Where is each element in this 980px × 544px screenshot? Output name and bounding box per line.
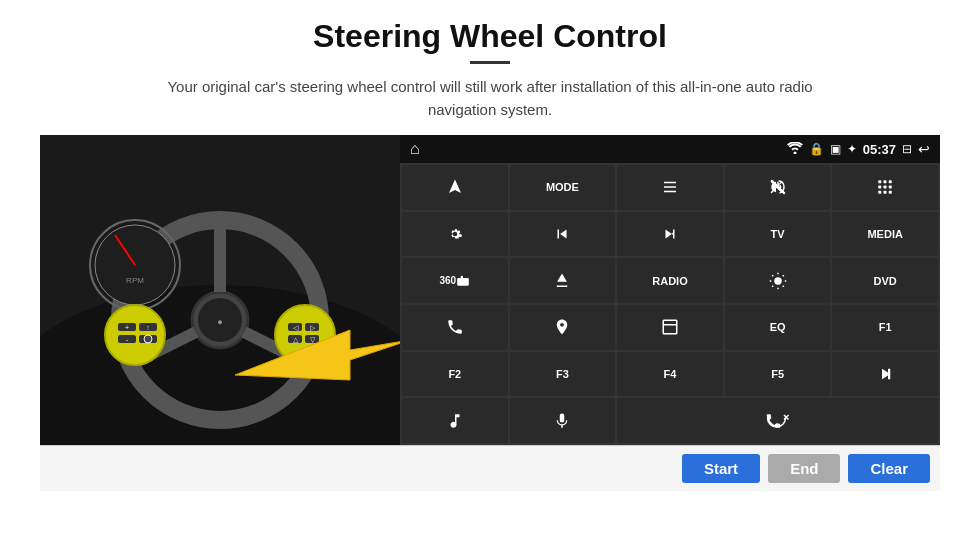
tv-button[interactable]: TV — [725, 212, 831, 257]
svg-rect-38 — [878, 186, 881, 189]
status-time: 05:37 — [863, 142, 896, 157]
next-button[interactable] — [617, 212, 723, 257]
back-icon[interactable]: ↩ — [918, 141, 930, 157]
bt-icon: ✦ — [847, 142, 857, 156]
page-subtitle: Your original car's steering wheel contr… — [150, 76, 830, 121]
svg-rect-32 — [664, 182, 676, 184]
svg-rect-33 — [664, 187, 676, 189]
prev-button[interactable] — [510, 212, 616, 257]
mute-button[interactable] — [725, 165, 831, 210]
car-image: RPM + - ↑ ◁ ▷ △ ▽ — [40, 135, 400, 445]
bottom-control-bar: Start End Clear — [40, 445, 940, 491]
settings-button[interactable] — [402, 212, 508, 257]
status-icons: 🔒 ▣ ✦ 05:37 ⊟ ↩ — [787, 141, 930, 157]
brightness-button[interactable] — [725, 258, 831, 303]
eq-button[interactable]: EQ — [725, 305, 831, 350]
svg-rect-42 — [884, 191, 887, 194]
svg-rect-43 — [889, 191, 892, 194]
dvd-button[interactable]: DVD — [832, 258, 938, 303]
vol-phone-button[interactable] — [617, 398, 938, 443]
head-unit: ⌂ 🔒 ▣ ✦ 05:37 ⊟ ↩ — [400, 135, 940, 445]
music-button[interactable] — [402, 398, 508, 443]
svg-text:+: + — [125, 324, 129, 331]
svg-rect-44 — [457, 278, 469, 286]
content-row: RPM + - ↑ ◁ ▷ △ ▽ — [40, 135, 940, 445]
svg-text:RPM: RPM — [126, 276, 144, 285]
mode-button[interactable]: MODE — [510, 165, 616, 210]
svg-rect-34 — [664, 191, 676, 193]
lock-icon: 🔒 — [809, 142, 824, 156]
apps-button[interactable] — [832, 165, 938, 210]
svg-point-19 — [144, 335, 152, 343]
button-grid: MODE TV — [400, 163, 940, 445]
status-bar: ⌂ 🔒 ▣ ✦ 05:37 ⊟ ↩ — [400, 135, 940, 163]
svg-point-11 — [105, 305, 165, 365]
list-button[interactable] — [617, 165, 723, 210]
radio-button[interactable]: RADIO — [617, 258, 723, 303]
svg-rect-41 — [878, 191, 881, 194]
playpause-button[interactable] — [832, 352, 938, 397]
navigation-button[interactable] — [510, 305, 616, 350]
svg-rect-37 — [889, 181, 892, 184]
start-button[interactable]: Start — [682, 454, 760, 483]
end-button[interactable]: End — [768, 454, 840, 483]
svg-rect-40 — [889, 186, 892, 189]
f3-button[interactable]: F3 — [510, 352, 616, 397]
f4-button[interactable]: F4 — [617, 352, 723, 397]
svg-rect-36 — [884, 181, 887, 184]
page-title: Steering Wheel Control — [313, 18, 667, 55]
cast-icon: ⊟ — [902, 142, 912, 156]
mic-button[interactable] — [510, 398, 616, 443]
clear-button[interactable]: Clear — [848, 454, 930, 483]
svg-rect-39 — [884, 186, 887, 189]
home-icon[interactable]: ⌂ — [410, 140, 420, 158]
cam360-button[interactable]: 360 — [402, 258, 508, 303]
svg-rect-46 — [663, 321, 677, 335]
phone-button[interactable] — [402, 305, 508, 350]
window-button[interactable] — [617, 305, 723, 350]
page-container: Steering Wheel Control Your original car… — [0, 0, 980, 544]
title-divider — [470, 61, 510, 64]
eject-button[interactable] — [510, 258, 616, 303]
svg-text:●: ● — [217, 317, 222, 327]
nav-button[interactable] — [402, 165, 508, 210]
wifi-icon — [787, 142, 803, 157]
f2-button[interactable]: F2 — [402, 352, 508, 397]
svg-rect-48 — [888, 369, 890, 380]
sim-icon: ▣ — [830, 142, 841, 156]
svg-point-45 — [774, 277, 782, 285]
f1-button[interactable]: F1 — [832, 305, 938, 350]
f5-button[interactable]: F5 — [725, 352, 831, 397]
media-button[interactable]: MEDIA — [832, 212, 938, 257]
svg-rect-35 — [878, 181, 881, 184]
svg-text:↑: ↑ — [146, 324, 150, 331]
